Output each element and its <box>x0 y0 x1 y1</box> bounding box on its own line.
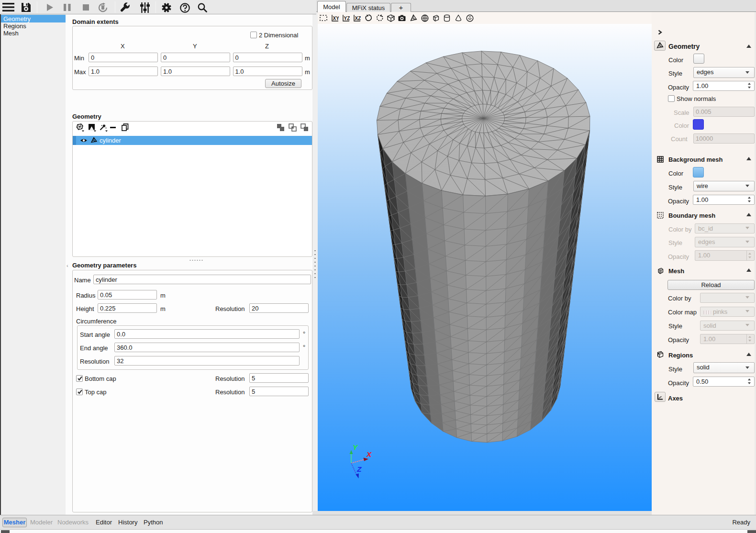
svg-text:YZ: YZ <box>344 16 350 21</box>
svg-text:Y: Y <box>353 443 358 451</box>
svg-text:XZ: XZ <box>355 16 361 21</box>
svg-text:Z: Z <box>356 465 362 473</box>
svg-text:X: X <box>366 450 372 458</box>
svg-text:XY: XY <box>333 16 339 21</box>
